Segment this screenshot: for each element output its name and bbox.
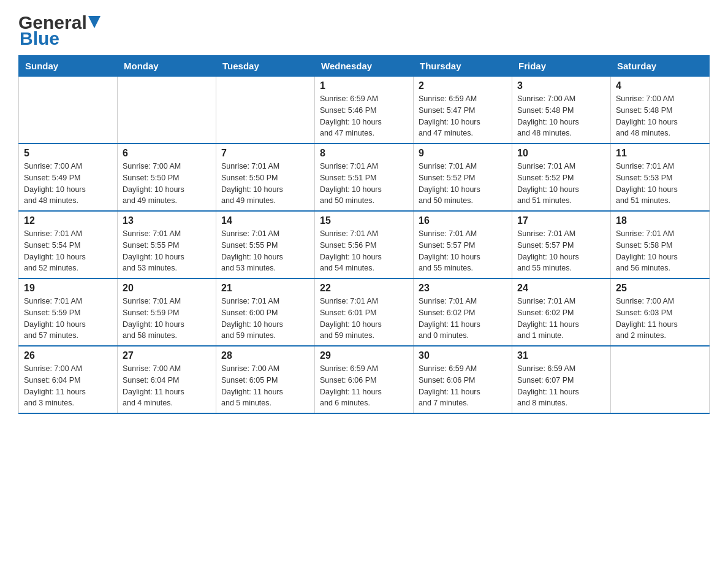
day-number: 19 xyxy=(24,283,112,294)
weekday-header-saturday: Saturday xyxy=(611,56,710,77)
calendar-cell: 22Sunrise: 7:01 AM Sunset: 6:01 PM Dayli… xyxy=(315,278,414,346)
logo-arrow-icon xyxy=(88,16,100,31)
calendar-cell xyxy=(118,77,216,144)
calendar-cell: 4Sunrise: 7:00 AM Sunset: 5:48 PM Daylig… xyxy=(611,77,710,144)
calendar-cell: 10Sunrise: 7:01 AM Sunset: 5:52 PM Dayli… xyxy=(512,144,611,211)
calendar-cell xyxy=(216,77,315,144)
day-number: 16 xyxy=(419,215,507,226)
day-info: Sunrise: 6:59 AM Sunset: 5:47 PM Dayligh… xyxy=(419,93,507,139)
calendar-cell: 31Sunrise: 6:59 AM Sunset: 6:07 PM Dayli… xyxy=(512,346,611,413)
day-number: 6 xyxy=(123,148,211,159)
day-number: 13 xyxy=(123,215,211,226)
day-number: 7 xyxy=(221,148,309,159)
day-info: Sunrise: 7:01 AM Sunset: 5:52 PM Dayligh… xyxy=(419,161,507,207)
calendar-cell xyxy=(19,77,118,144)
day-number: 27 xyxy=(123,350,211,361)
day-info: Sunrise: 7:01 AM Sunset: 5:58 PM Dayligh… xyxy=(616,228,704,274)
calendar-cell: 19Sunrise: 7:01 AM Sunset: 5:59 PM Dayli… xyxy=(19,278,118,346)
day-number: 26 xyxy=(24,350,112,361)
day-number: 2 xyxy=(419,80,507,91)
calendar-cell: 1Sunrise: 6:59 AM Sunset: 5:46 PM Daylig… xyxy=(315,77,414,144)
calendar-week-1: 1Sunrise: 6:59 AM Sunset: 5:46 PM Daylig… xyxy=(19,77,710,144)
day-number: 21 xyxy=(221,283,309,294)
day-info: Sunrise: 7:00 AM Sunset: 5:48 PM Dayligh… xyxy=(517,93,605,139)
calendar-cell: 16Sunrise: 7:01 AM Sunset: 5:57 PM Dayli… xyxy=(414,211,512,278)
logo: General Blue xyxy=(18,12,100,49)
calendar-cell: 13Sunrise: 7:01 AM Sunset: 5:55 PM Dayli… xyxy=(118,211,216,278)
calendar-week-2: 5Sunrise: 7:00 AM Sunset: 5:49 PM Daylig… xyxy=(19,144,710,211)
day-number: 18 xyxy=(616,215,704,226)
day-info: Sunrise: 6:59 AM Sunset: 6:06 PM Dayligh… xyxy=(320,363,408,409)
day-info: Sunrise: 6:59 AM Sunset: 6:07 PM Dayligh… xyxy=(517,363,605,409)
day-number: 4 xyxy=(616,80,704,91)
day-info: Sunrise: 7:01 AM Sunset: 5:53 PM Dayligh… xyxy=(616,161,704,207)
day-number: 1 xyxy=(320,80,408,91)
day-number: 3 xyxy=(517,80,605,91)
day-info: Sunrise: 7:00 AM Sunset: 6:03 PM Dayligh… xyxy=(616,296,704,342)
calendar-cell: 11Sunrise: 7:01 AM Sunset: 5:53 PM Dayli… xyxy=(611,144,710,211)
day-number: 23 xyxy=(419,283,507,294)
calendar-cell: 6Sunrise: 7:00 AM Sunset: 5:50 PM Daylig… xyxy=(118,144,216,211)
calendar-header-row: SundayMondayTuesdayWednesdayThursdayFrid… xyxy=(19,56,710,77)
day-number: 9 xyxy=(419,148,507,159)
day-info: Sunrise: 7:01 AM Sunset: 6:00 PM Dayligh… xyxy=(221,296,309,342)
day-number: 12 xyxy=(24,215,112,226)
svg-marker-0 xyxy=(88,16,100,28)
day-number: 15 xyxy=(320,215,408,226)
day-info: Sunrise: 7:01 AM Sunset: 5:50 PM Dayligh… xyxy=(221,161,309,207)
calendar-cell: 25Sunrise: 7:00 AM Sunset: 6:03 PM Dayli… xyxy=(611,278,710,346)
day-info: Sunrise: 6:59 AM Sunset: 6:06 PM Dayligh… xyxy=(419,363,507,409)
weekday-header-friday: Friday xyxy=(512,56,611,77)
calendar-cell: 12Sunrise: 7:01 AM Sunset: 5:54 PM Dayli… xyxy=(19,211,118,278)
day-info: Sunrise: 7:01 AM Sunset: 5:51 PM Dayligh… xyxy=(320,161,408,207)
calendar-cell: 7Sunrise: 7:01 AM Sunset: 5:50 PM Daylig… xyxy=(216,144,315,211)
day-number: 20 xyxy=(123,283,211,294)
calendar-cell: 17Sunrise: 7:01 AM Sunset: 5:57 PM Dayli… xyxy=(512,211,611,278)
calendar-cell: 26Sunrise: 7:00 AM Sunset: 6:04 PM Dayli… xyxy=(19,346,118,413)
weekday-header-tuesday: Tuesday xyxy=(216,56,315,77)
day-info: Sunrise: 7:01 AM Sunset: 5:57 PM Dayligh… xyxy=(419,228,507,274)
day-info: Sunrise: 7:00 AM Sunset: 6:04 PM Dayligh… xyxy=(123,363,211,409)
weekday-header-thursday: Thursday xyxy=(414,56,512,77)
day-number: 5 xyxy=(24,148,112,159)
day-number: 8 xyxy=(320,148,408,159)
calendar-week-3: 12Sunrise: 7:01 AM Sunset: 5:54 PM Dayli… xyxy=(19,211,710,278)
day-info: Sunrise: 7:00 AM Sunset: 5:50 PM Dayligh… xyxy=(123,161,211,207)
calendar-cell: 30Sunrise: 6:59 AM Sunset: 6:06 PM Dayli… xyxy=(414,346,512,413)
day-number: 30 xyxy=(419,350,507,361)
calendar-cell: 18Sunrise: 7:01 AM Sunset: 5:58 PM Dayli… xyxy=(611,211,710,278)
day-info: Sunrise: 7:01 AM Sunset: 6:02 PM Dayligh… xyxy=(419,296,507,342)
day-number: 22 xyxy=(320,283,408,294)
day-info: Sunrise: 7:01 AM Sunset: 5:54 PM Dayligh… xyxy=(24,228,112,274)
weekday-header-wednesday: Wednesday xyxy=(315,56,414,77)
calendar-cell: 24Sunrise: 7:01 AM Sunset: 6:02 PM Dayli… xyxy=(512,278,611,346)
weekday-header-monday: Monday xyxy=(118,56,216,77)
day-info: Sunrise: 7:01 AM Sunset: 6:01 PM Dayligh… xyxy=(320,296,408,342)
calendar-cell: 29Sunrise: 6:59 AM Sunset: 6:06 PM Dayli… xyxy=(315,346,414,413)
page-header: General Blue xyxy=(18,12,710,49)
day-info: Sunrise: 7:00 AM Sunset: 5:48 PM Dayligh… xyxy=(616,93,704,139)
calendar-cell xyxy=(611,346,710,413)
day-info: Sunrise: 7:01 AM Sunset: 5:52 PM Dayligh… xyxy=(517,161,605,207)
day-info: Sunrise: 7:01 AM Sunset: 5:55 PM Dayligh… xyxy=(123,228,211,274)
weekday-header-sunday: Sunday xyxy=(19,56,118,77)
day-number: 24 xyxy=(517,283,605,294)
calendar-week-5: 26Sunrise: 7:00 AM Sunset: 6:04 PM Dayli… xyxy=(19,346,710,413)
day-number: 10 xyxy=(517,148,605,159)
calendar-cell: 20Sunrise: 7:01 AM Sunset: 5:59 PM Dayli… xyxy=(118,278,216,346)
day-info: Sunrise: 7:01 AM Sunset: 5:56 PM Dayligh… xyxy=(320,228,408,274)
calendar-cell: 5Sunrise: 7:00 AM Sunset: 5:49 PM Daylig… xyxy=(19,144,118,211)
day-info: Sunrise: 7:01 AM Sunset: 5:57 PM Dayligh… xyxy=(517,228,605,274)
day-info: Sunrise: 7:01 AM Sunset: 6:02 PM Dayligh… xyxy=(517,296,605,342)
day-number: 25 xyxy=(616,283,704,294)
day-info: Sunrise: 6:59 AM Sunset: 5:46 PM Dayligh… xyxy=(320,93,408,139)
calendar-week-4: 19Sunrise: 7:01 AM Sunset: 5:59 PM Dayli… xyxy=(19,278,710,346)
day-info: Sunrise: 7:00 AM Sunset: 6:05 PM Dayligh… xyxy=(221,363,309,409)
calendar-table: SundayMondayTuesdayWednesdayThursdayFrid… xyxy=(18,55,710,414)
calendar-cell: 21Sunrise: 7:01 AM Sunset: 6:00 PM Dayli… xyxy=(216,278,315,346)
calendar-cell: 27Sunrise: 7:00 AM Sunset: 6:04 PM Dayli… xyxy=(118,346,216,413)
calendar-cell: 15Sunrise: 7:01 AM Sunset: 5:56 PM Dayli… xyxy=(315,211,414,278)
day-info: Sunrise: 7:01 AM Sunset: 5:59 PM Dayligh… xyxy=(123,296,211,342)
day-info: Sunrise: 7:00 AM Sunset: 5:49 PM Dayligh… xyxy=(24,161,112,207)
calendar-cell: 8Sunrise: 7:01 AM Sunset: 5:51 PM Daylig… xyxy=(315,144,414,211)
